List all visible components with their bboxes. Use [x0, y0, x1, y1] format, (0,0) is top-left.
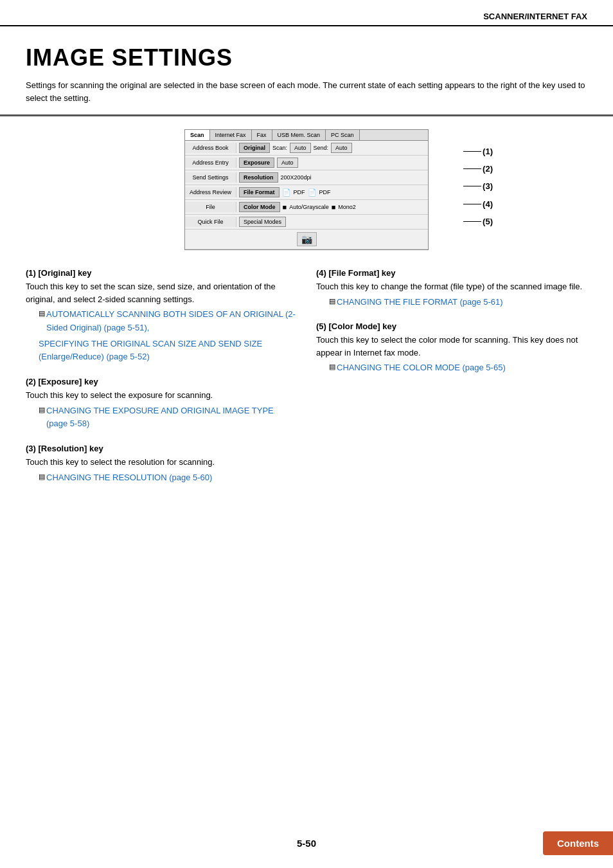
callout-1: (1)	[463, 147, 493, 156]
section-1-refs: ▤ AUTOMATICALLY SCANNING BOTH SIDES OF A…	[26, 308, 297, 364]
ref-icon-1: ▤	[39, 309, 45, 318]
scanner-label-address-book: Address Book	[185, 143, 236, 153]
description-columns: (1) [Original] key Touch this key to set…	[26, 268, 587, 498]
page-number: 5-50	[0, 838, 613, 849]
scanner-controls-5: Color Mode ■ Auto/Grayscale ■ Mono2	[236, 200, 428, 214]
btn-special-modes[interactable]: Special Modes	[239, 217, 286, 227]
tab-usb-mem-scan[interactable]: USB Mem. Scan	[272, 130, 326, 140]
scanner-ui: Scan Internet Fax Fax USB Mem. Scan PC S…	[184, 129, 429, 250]
section-2-heading: (2) [Exposure] key	[26, 377, 297, 386]
section-2: (2) [Exposure] key Touch this key to sel…	[26, 377, 297, 431]
ref-icon-3: ▤	[39, 473, 45, 481]
btn-exposure[interactable]: Exposure	[239, 158, 274, 168]
scanner-controls-2: Exposure Auto	[236, 156, 428, 170]
page-header: SCANNER/INTERNET FAX	[0, 0, 613, 26]
btn-file-format[interactable]: File Format	[239, 187, 280, 197]
scanner-label-quick-file: Quick File	[185, 217, 236, 227]
callout-4: (4)	[463, 199, 493, 209]
section-1: (1) [Original] key Touch this key to set…	[26, 268, 297, 364]
scanner-label-send-settings: Send Settings	[185, 172, 236, 183]
intro-text: Settings for scanning the original are s…	[26, 79, 587, 104]
callout-3: (3)	[463, 181, 493, 191]
section-4: (4) [File Format] key Touch this key to …	[316, 268, 587, 309]
page-footer: 5-50 Contents	[0, 838, 613, 849]
section-5-body: Touch this key to select the color mode …	[316, 334, 587, 359]
section-3: (3) [Resolution] key Touch this key to s…	[26, 444, 297, 484]
callout-labels: (1) (2) (3) (4) (5)	[463, 129, 493, 250]
btn-scan-auto[interactable]: Auto	[290, 143, 311, 153]
section-2-refs: ▤ CHANGING THE EXPOSURE AND ORIGINAL IMA…	[26, 404, 297, 431]
section-5-ref-1: ▤ CHANGING THE COLOR MODE (page 5-65)	[329, 361, 587, 375]
scanner-row-1: Address Book Original Scan: Auto Send: A…	[185, 141, 428, 156]
scanner-row-5: File Color Mode ■ Auto/Grayscale ■ Mono2	[185, 200, 428, 215]
page-title: IMAGE SETTINGS	[26, 44, 587, 71]
section-5-refs: ▤ CHANGING THE COLOR MODE (page 5-65)	[316, 361, 587, 375]
contents-button[interactable]: Contents	[543, 831, 613, 855]
callout-5: (5)	[463, 217, 493, 226]
ref-icon-5: ▤	[329, 363, 335, 371]
title-section: IMAGE SETTINGS Settings for scanning the…	[0, 26, 613, 116]
scanner-row-2: Address Entry Exposure Auto	[185, 156, 428, 170]
section-4-heading: (4) [File Format] key	[316, 268, 587, 278]
ref-icon-4: ▤	[329, 297, 335, 305]
scanner-label-address-entry: Address Entry	[185, 158, 236, 168]
tab-pc-scan[interactable]: PC Scan	[326, 130, 360, 140]
section-4-body: Touch this key to change the format (fil…	[316, 280, 587, 293]
tab-scan[interactable]: Scan	[185, 130, 210, 140]
scanner-tabs: Scan Internet Fax Fax USB Mem. Scan PC S…	[185, 130, 428, 141]
scanner-label-address-review: Address Review	[185, 187, 236, 197]
main-content: Scan Internet Fax Fax USB Mem. Scan PC S…	[0, 129, 613, 498]
btn-color-mode[interactable]: Color Mode	[239, 202, 280, 212]
section-5: (5) [Color Mode] key Touch this key to s…	[316, 321, 587, 375]
right-column: (4) [File Format] key Touch this key to …	[316, 268, 587, 498]
scanner-bottom-icon: 📷	[297, 232, 317, 246]
section-4-refs: ▤ CHANGING THE FILE FORMAT (page 5-61)	[316, 296, 587, 309]
section-1-ref-2: SPECIFYING THE ORIGINAL SCAN SIZE AND SE…	[39, 338, 297, 365]
scanner-controls-1: Original Scan: Auto Send: Auto	[236, 141, 428, 155]
section-5-heading: (5) [Color Mode] key	[316, 321, 587, 331]
scanner-label-file: File	[185, 202, 236, 212]
mono-icon: ■	[332, 203, 336, 211]
scanner-controls-6: Special Modes	[236, 215, 428, 229]
scanner-ui-wrapper: Scan Internet Fax Fax USB Mem. Scan PC S…	[159, 129, 454, 250]
section-2-body: Touch this key to select the exposure fo…	[26, 389, 297, 402]
section-3-body: Touch this key to select the resolution …	[26, 456, 297, 469]
callout-2: (2)	[463, 164, 493, 174]
tab-internet-fax[interactable]: Internet Fax	[210, 130, 252, 140]
section-1-ref-1: ▤ AUTOMATICALLY SCANNING BOTH SIDES OF A…	[39, 308, 297, 335]
scanner-row-icon: 📷	[185, 230, 428, 249]
btn-resolution[interactable]: Resolution	[239, 172, 278, 183]
scanner-controls-4: File Format 📄 PDF 📄 PDF	[236, 185, 428, 199]
section-3-ref-1: ▤ CHANGING THE RESOLUTION (page 5-60)	[39, 471, 297, 485]
scanner-controls-3: Resolution 200X200dpi	[236, 170, 428, 185]
scanner-row-3: Send Settings Resolution 200X200dpi	[185, 170, 428, 185]
tab-fax[interactable]: Fax	[252, 130, 272, 140]
section-3-heading: (3) [Resolution] key	[26, 444, 297, 453]
scanner-row-6: Quick File Special Modes	[185, 215, 428, 230]
section-1-body: Touch this key to set the scan size, sen…	[26, 280, 297, 305]
section-2-ref-1: ▤ CHANGING THE EXPOSURE AND ORIGINAL IMA…	[39, 404, 297, 431]
pdf-icon-1: 📄	[282, 188, 291, 197]
header-title: SCANNER/INTERNET FAX	[483, 12, 587, 21]
section-1-heading: (1) [Original] key	[26, 268, 297, 278]
color-icon: ■	[283, 203, 287, 211]
left-column: (1) [Original] key Touch this key to set…	[26, 268, 297, 498]
section-3-refs: ▤ CHANGING THE RESOLUTION (page 5-60)	[26, 471, 297, 485]
btn-send-auto[interactable]: Auto	[331, 143, 352, 153]
section-4-ref-1: ▤ CHANGING THE FILE FORMAT (page 5-61)	[329, 296, 587, 309]
scanner-row-4: Address Review File Format 📄 PDF 📄 PDF	[185, 185, 428, 200]
pdf-icon-2: 📄	[308, 188, 317, 197]
ref-icon-2: ▤	[39, 406, 45, 414]
btn-original[interactable]: Original	[239, 143, 270, 153]
btn-exposure-auto[interactable]: Auto	[277, 158, 298, 168]
